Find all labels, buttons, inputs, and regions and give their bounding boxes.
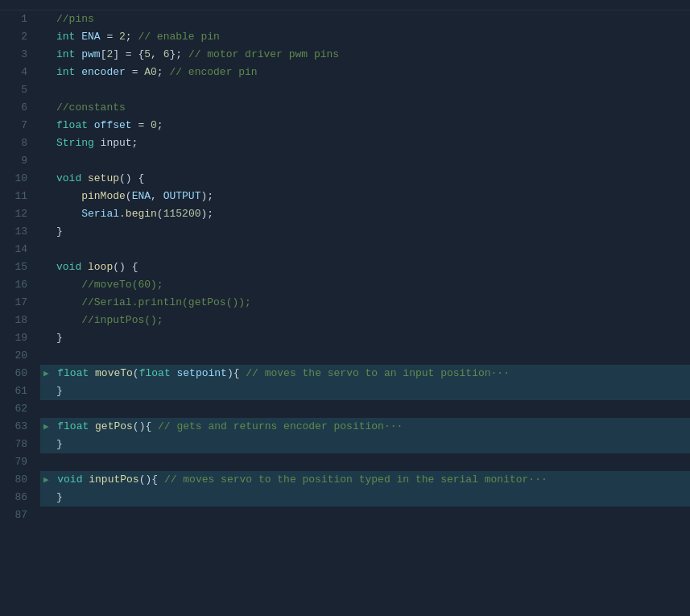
token-var: OUTPUT <box>163 188 201 205</box>
token-kw: void <box>57 471 89 489</box>
code-line <box>40 81 690 99</box>
line-number: 2 <box>0 28 27 46</box>
line-number: 11 <box>0 188 27 205</box>
token-var: pwm <box>81 46 100 64</box>
token-punc: } <box>56 436 63 453</box>
token-punc: } <box>56 329 63 347</box>
line-number: 7 <box>0 117 27 134</box>
code-line <box>40 400 690 418</box>
line-number: 80 <box>0 471 27 489</box>
code-line: float offset = 0; <box>40 117 690 134</box>
code-line: Serial.begin(115200); <box>40 205 690 223</box>
indent <box>56 205 81 223</box>
code-lines: //pinsint ENA = 2; // enable pinint pwm[… <box>40 10 690 601</box>
token-punc: (){ <box>139 471 158 489</box>
token-punc: ); <box>200 205 213 223</box>
token-fn: inputPos <box>89 471 138 489</box>
token-punc: ; <box>157 64 170 81</box>
token-punc: ; <box>157 117 163 134</box>
code-line: //pins <box>40 10 690 28</box>
code-line: void loop() { <box>40 258 690 276</box>
token-num: 2 <box>106 46 113 64</box>
token-cmt: //moveTo(60); <box>81 276 163 294</box>
line-number: 15 <box>0 258 27 276</box>
token-num: A0 <box>144 64 157 81</box>
code-line: String input; <box>40 134 690 152</box>
line-number: 78 <box>0 436 27 453</box>
line-number: 4 <box>0 64 27 81</box>
code-line: ▶ float moveTo(float setpoint){ // moves… <box>40 365 690 382</box>
line-number: 79 <box>0 453 27 471</box>
token-punc: = <box>126 64 144 81</box>
token-var: ENA <box>81 28 100 46</box>
token-fn: pinMode <box>81 188 126 205</box>
token-punc: ( <box>157 205 163 223</box>
token-fn: setup <box>88 170 119 188</box>
token-kw: int <box>56 28 81 46</box>
token-num: 0 <box>151 117 157 134</box>
code-line: int pwm[2] = {5, 6}; // motor driver pwm… <box>40 46 690 64</box>
token-fn: loop <box>88 258 113 276</box>
token-cmt: // moves the servo to an input position·… <box>240 365 510 382</box>
code-line: } <box>40 489 690 506</box>
code-line: } <box>40 382 690 400</box>
token-cmt: //pins <box>56 10 94 28</box>
token-punc: }; <box>170 46 188 64</box>
indent <box>56 294 81 312</box>
token-kw: float <box>57 418 95 436</box>
token-num: 6 <box>163 46 170 64</box>
token-var: ENA <box>132 188 151 205</box>
token-punc: [ <box>101 46 107 64</box>
fold-arrow-icon[interactable]: ▶ <box>43 365 54 382</box>
line-number: 20 <box>0 347 27 365</box>
token-punc: () { <box>113 258 138 276</box>
code-line <box>40 506 690 524</box>
token-var: offset <box>94 117 132 134</box>
token-kw: void <box>56 170 88 188</box>
line-number: 10 <box>0 170 27 188</box>
title-bar <box>0 0 690 10</box>
line-number: 62 <box>0 400 27 418</box>
token-var: setpoint <box>176 365 226 382</box>
line-number: 18 <box>0 312 27 329</box>
code-line: ▶ float getPos(){ // gets and returns en… <box>40 418 690 436</box>
line-number: 5 <box>0 81 27 99</box>
code-line: int encoder = A0; // encoder pin <box>40 64 690 81</box>
token-kw: float <box>57 365 95 382</box>
code-area: 1234567891011121314151617181920606162637… <box>0 10 690 601</box>
line-number: 86 <box>0 489 27 506</box>
line-number: 12 <box>0 205 27 223</box>
token-kw: float <box>56 117 94 134</box>
token-punc: ( <box>126 188 132 205</box>
token-punc: input; <box>94 134 138 152</box>
line-number: 17 <box>0 294 27 312</box>
indent <box>56 312 81 329</box>
fold-arrow-icon[interactable]: ▶ <box>43 471 54 489</box>
token-cmt: // encoder pin <box>169 64 257 81</box>
token-var: encoder <box>81 64 126 81</box>
code-line <box>40 453 690 471</box>
line-number: 19 <box>0 329 27 347</box>
code-line: int ENA = 2; // enable pin <box>40 28 690 46</box>
code-line: void setup() { <box>40 170 690 188</box>
token-punc: . <box>119 205 126 223</box>
token-fn: begin <box>126 205 157 223</box>
fold-arrow-icon[interactable]: ▶ <box>43 418 54 436</box>
token-punc: , <box>151 188 163 205</box>
token-num: 5 <box>144 46 151 64</box>
code-line: //constants <box>40 99 690 117</box>
token-cmt: // motor driver pwm pins <box>188 46 339 64</box>
token-punc: ] = { <box>113 46 144 64</box>
line-number: 63 <box>0 418 27 436</box>
line-number: 60 <box>0 365 27 382</box>
indent <box>56 276 81 294</box>
token-cmt: //constants <box>56 99 126 117</box>
token-cmt: // enable pin <box>138 28 219 46</box>
token-kw: float <box>139 365 177 382</box>
code-line: ▶ void inputPos(){ // moves servo to the… <box>40 471 690 489</box>
line-numbers: 1234567891011121314151617181920606162637… <box>0 10 40 601</box>
token-kw: void <box>56 258 88 276</box>
line-number: 13 <box>0 223 27 241</box>
code-line: //inputPos(); <box>40 312 690 329</box>
code-line: //moveTo(60); <box>40 276 690 294</box>
